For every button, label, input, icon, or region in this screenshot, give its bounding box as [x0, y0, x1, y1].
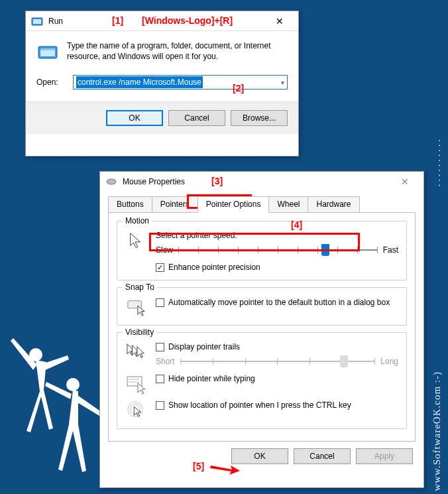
tab-hardware[interactable]: Hardware [308, 196, 359, 213]
close-icon[interactable]: ✕ [392, 173, 418, 190]
ctrl-locate-icon [125, 401, 148, 420]
legend-motion: Motion [123, 216, 152, 225]
legend-visibility: Visibility [123, 328, 156, 337]
red-arrow-icon [209, 463, 241, 475]
pointer-trails-checkbox[interactable]: Display pointer trails [156, 342, 398, 351]
tab-buttons[interactable]: Buttons [108, 196, 152, 213]
svg-rect-3 [33, 19, 41, 24]
enhance-precision-label: Enhance pointer precision [168, 263, 260, 272]
chevron-down-icon[interactable]: ▾ [281, 79, 284, 86]
hide-typing-label: Hide pointer while typing [168, 374, 255, 383]
group-visibility: Visibility Display pointer trails Short [117, 332, 407, 429]
hide-typing-checkbox[interactable]: Hide pointer while typing [156, 374, 398, 383]
run-icon [31, 15, 43, 27]
group-snap-to: Snap To Automatically move pointer to th… [117, 287, 407, 326]
svg-point-1 [66, 378, 80, 391]
cancel-button[interactable]: Cancel [168, 110, 225, 126]
run-prompt-icon [36, 40, 59, 63]
trails-slider [180, 355, 376, 367]
redbox-slider [149, 233, 360, 251]
decor-silhouette [7, 318, 113, 491]
close-icon[interactable]: ✕ [266, 13, 293, 30]
cancel-button[interactable]: Cancel [294, 448, 351, 464]
run-prompt-text: Type the name of a program, folder, docu… [67, 40, 288, 63]
annot-1-text: [Windows-Logo]+[R] [142, 15, 233, 26]
annot-1: [1] [112, 15, 123, 26]
hide-typing-icon [125, 374, 148, 394]
snap-to-checkbox[interactable]: Automatically move pointer to the defaul… [156, 297, 398, 308]
ok-button[interactable]: OK [106, 110, 163, 126]
browse-button[interactable]: Browse... [231, 110, 288, 126]
mp-titlebar: Mouse Properties ✕ [100, 172, 423, 192]
apply-button[interactable]: Apply [356, 448, 413, 464]
mouse-properties-dialog: Mouse Properties ✕ Buttons Pointers Poin… [99, 171, 424, 488]
open-combobox[interactable]: control.exe /name Microsoft.Mouse ▾ [73, 75, 288, 90]
open-value: control.exe /name Microsoft.Mouse [76, 76, 203, 88]
enhance-precision-checkbox[interactable]: ✓ Enhance pointer precision [156, 263, 398, 272]
svg-point-7 [107, 179, 116, 184]
short-label: Short [156, 357, 175, 366]
svg-rect-6 [40, 48, 55, 50]
annot-3: [3] [211, 176, 223, 186]
legend-snap: Snap To [123, 282, 157, 292]
tab-pointer-options[interactable]: Pointer Options [197, 196, 270, 213]
run-dialog: Run ✕ Type the name of a program, folder… [25, 11, 299, 156]
snap-to-label: Automatically move pointer to the defaul… [168, 297, 390, 308]
ctrl-locate-checkbox[interactable]: Show location of pointer when I press th… [156, 401, 398, 410]
long-label: Long [380, 357, 398, 366]
mp-title: Mouse Properties [123, 177, 392, 186]
open-label: Open: [36, 78, 66, 87]
pointer-trails-label: Display pointer trails [168, 342, 240, 351]
fast-label: Fast [383, 245, 398, 255]
annot-5: [5] [193, 461, 204, 471]
ctrl-locate-label: Show location of pointer when I press th… [168, 401, 351, 410]
mouse-icon [105, 176, 117, 188]
tab-wheel[interactable]: Wheel [268, 196, 308, 213]
trails-icon [125, 342, 148, 362]
annot-2: [2] [233, 83, 244, 93]
cursor-icon [125, 231, 148, 251]
annot-4: [4] [291, 219, 302, 230]
watermark: www.SoftwareOK.com :-) [431, 371, 443, 491]
snap-icon [125, 297, 148, 317]
tab-strip: Buttons Pointers Pointer Options Wheel H… [108, 196, 416, 213]
watermark-dots: . . . . . . . . . . [431, 139, 443, 186]
ok-button[interactable]: OK [231, 448, 288, 464]
